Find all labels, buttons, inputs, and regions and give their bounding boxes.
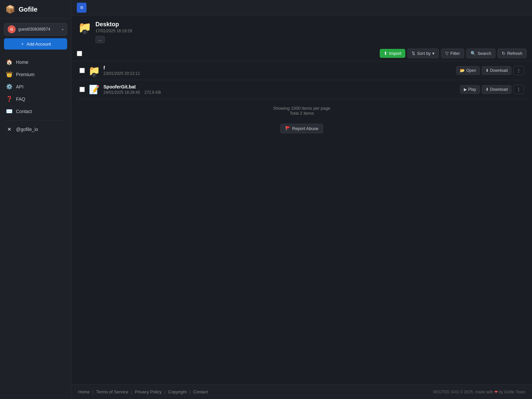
faq-icon: ❓ bbox=[6, 96, 13, 102]
play-button-2[interactable]: ▶ Play bbox=[460, 85, 479, 94]
toolbar-right: ⬆ Import ⇅ Sort by ▾ ▽ Filter 🔍 Search bbox=[380, 49, 527, 58]
folder-actions-row: ... bbox=[95, 36, 525, 43]
file-icon-wrap-2: 📝 bbox=[88, 83, 100, 95]
sidebar-item-premium[interactable]: 👑 Premium bbox=[3, 68, 68, 80]
import-button[interactable]: ⬆ Import bbox=[380, 49, 405, 58]
more-options-button-1[interactable]: ⋮ bbox=[513, 66, 524, 75]
file-actions-2: ▶ Play ⬇ Download ⋮ bbox=[460, 85, 524, 94]
open-icon: 📂 bbox=[460, 68, 465, 73]
total-text: Total 2 items bbox=[78, 111, 525, 116]
nav-divider bbox=[6, 120, 65, 121]
folder-badge: 📁 2 bbox=[78, 21, 91, 34]
nav-label-faq: FAQ bbox=[16, 96, 25, 102]
footer-sep-3: | bbox=[164, 389, 165, 394]
search-label: Search bbox=[477, 51, 491, 56]
sidebar-item-faq[interactable]: ❓ FAQ bbox=[3, 93, 68, 105]
home-icon: 🏠 bbox=[6, 59, 13, 65]
footer-link-privacy[interactable]: Privacy Policy bbox=[135, 389, 162, 394]
heart-icon: ❤ bbox=[494, 390, 498, 394]
menu-button[interactable]: ≡ bbox=[77, 3, 86, 13]
folder-more-button[interactable]: ... bbox=[95, 36, 105, 43]
filter-icon: ▽ bbox=[445, 51, 449, 56]
premium-icon: 👑 bbox=[6, 71, 13, 77]
account-name: guest0308389574 bbox=[18, 27, 59, 32]
social-label: @gofile_io bbox=[16, 127, 38, 132]
nav-menu: 🏠 Home 👑 Premium ⚙️ API ❓ FAQ ✉️ Contact… bbox=[0, 52, 71, 139]
topbar: ≡ bbox=[71, 0, 532, 16]
refresh-label: Refresh bbox=[507, 51, 522, 56]
folder-header: 📁 2 Desktop 17/01/2025 16:19:29 ... bbox=[71, 16, 532, 46]
file-details-2: 24/01/2025 18:28:45 272.6 KB bbox=[103, 90, 457, 95]
file-list: 📁 0 f 23/01/2025 20:12:11 📂 Open ⬇ Downl… bbox=[71, 61, 532, 99]
refresh-button[interactable]: ↻ Refresh bbox=[497, 49, 527, 58]
more-options-button-2[interactable]: ⋮ bbox=[513, 85, 524, 94]
folder-count-badge: 2 bbox=[82, 30, 87, 34]
play-icon: ▶ bbox=[464, 87, 467, 92]
account-section: G guest0308389574 ▾ ＋ Add Account bbox=[0, 19, 71, 52]
report-abuse-label: Report Abuse bbox=[292, 126, 319, 131]
pagination-info: Showing 1000 items per page Total 2 item… bbox=[71, 99, 532, 122]
search-button[interactable]: 🔍 Search bbox=[466, 49, 495, 58]
plus-icon: ＋ bbox=[20, 41, 25, 47]
main-content: ≡ 📁 2 Desktop 17/01/2025 16:19:29 ... bbox=[71, 0, 532, 399]
folder-item-badge: 0 bbox=[92, 73, 96, 77]
bat-file-icon: 📝 bbox=[89, 84, 99, 95]
footer-copyright: WOJTEK SAS © 2025, made with ❤ by Gofile… bbox=[433, 390, 525, 394]
file-checkbox-1[interactable] bbox=[79, 68, 85, 73]
sort-by-button[interactable]: ⇅ Sort by ▾ bbox=[407, 49, 439, 58]
filter-button[interactable]: ▽ Filter bbox=[441, 49, 464, 58]
footer-sep-1: | bbox=[92, 389, 93, 394]
sidebar-item-api[interactable]: ⚙️ API bbox=[3, 81, 68, 92]
download-icon-1: ⬇ bbox=[485, 68, 489, 73]
nav-label-api: API bbox=[16, 84, 24, 89]
filter-label: Filter bbox=[450, 51, 460, 56]
toolbar-left bbox=[77, 51, 82, 56]
download-button-1[interactable]: ⬇ Download bbox=[482, 66, 511, 75]
download-button-2[interactable]: ⬇ Download bbox=[482, 85, 511, 94]
sidebar-item-social[interactable]: ✕ @gofile_io bbox=[3, 124, 68, 135]
showing-text: Showing 1000 items per page bbox=[78, 106, 525, 111]
nav-label-contact: Contact bbox=[16, 109, 32, 114]
footer-link-tos[interactable]: Terms of Service bbox=[96, 389, 128, 394]
file-date-1: 23/01/2025 20:12:11 bbox=[103, 71, 453, 76]
sort-icon: ⇅ bbox=[412, 51, 415, 56]
footer-link-contact[interactable]: Contact bbox=[193, 389, 208, 394]
footer-links: Home | Terms of Service | Privacy Policy… bbox=[78, 389, 208, 394]
play-label: Play bbox=[468, 87, 476, 92]
nav-label-premium: Premium bbox=[16, 72, 35, 77]
content-area: 📁 2 Desktop 17/01/2025 16:19:29 ... ⬆ Im… bbox=[71, 16, 532, 384]
file-checkbox-2[interactable] bbox=[79, 87, 85, 92]
api-icon: ⚙️ bbox=[6, 83, 13, 90]
sidebar-item-home[interactable]: 🏠 Home bbox=[3, 56, 68, 68]
footer-sep-2: | bbox=[131, 389, 132, 394]
add-account-button[interactable]: ＋ Add Account bbox=[4, 38, 67, 50]
search-icon: 🔍 bbox=[470, 51, 476, 56]
file-meta-2: SpooferGit.bat 24/01/2025 18:28:45 272.6… bbox=[103, 84, 457, 95]
contact-icon: ✉️ bbox=[6, 108, 13, 114]
folder-name: Desktop bbox=[95, 21, 525, 28]
report-abuse-button[interactable]: 🚩 Report Abuse bbox=[280, 124, 324, 133]
download-icon-2: ⬇ bbox=[485, 87, 489, 92]
folder-info: Desktop 17/01/2025 16:19:29 ... bbox=[95, 21, 525, 43]
sidebar: 📦 Gofile G guest0308389574 ▾ ＋ Add Accou… bbox=[0, 0, 71, 399]
avatar: G bbox=[8, 25, 16, 33]
account-dropdown[interactable]: G guest0308389574 ▾ bbox=[4, 23, 67, 36]
sort-by-label: Sort by bbox=[417, 51, 431, 56]
logo-icon: 📦 bbox=[5, 5, 15, 14]
sort-chevron-icon: ▾ bbox=[432, 51, 435, 56]
file-meta-1: f 23/01/2025 20:12:11 bbox=[103, 65, 453, 76]
file-size-2: 272.6 KB bbox=[144, 90, 161, 95]
file-name-1: f bbox=[103, 65, 453, 70]
chevron-down-icon: ▾ bbox=[62, 28, 64, 31]
report-abuse-area: 🚩 Report Abuse bbox=[71, 124, 532, 133]
sidebar-item-contact[interactable]: ✉️ Contact bbox=[3, 105, 68, 117]
select-all-checkbox[interactable] bbox=[77, 51, 82, 56]
x-icon: ✕ bbox=[6, 127, 13, 132]
open-button-1[interactable]: 📂 Open bbox=[456, 66, 479, 75]
footer-link-home[interactable]: Home bbox=[78, 389, 90, 394]
table-row: 📁 0 f 23/01/2025 20:12:11 📂 Open ⬇ Downl… bbox=[77, 61, 527, 80]
toolbar: ⬆ Import ⇅ Sort by ▾ ▽ Filter 🔍 Search bbox=[71, 46, 532, 61]
logo-area: 📦 Gofile bbox=[0, 0, 71, 19]
footer-link-copyright[interactable]: Copyright bbox=[168, 389, 187, 394]
refresh-icon: ↻ bbox=[502, 51, 505, 56]
